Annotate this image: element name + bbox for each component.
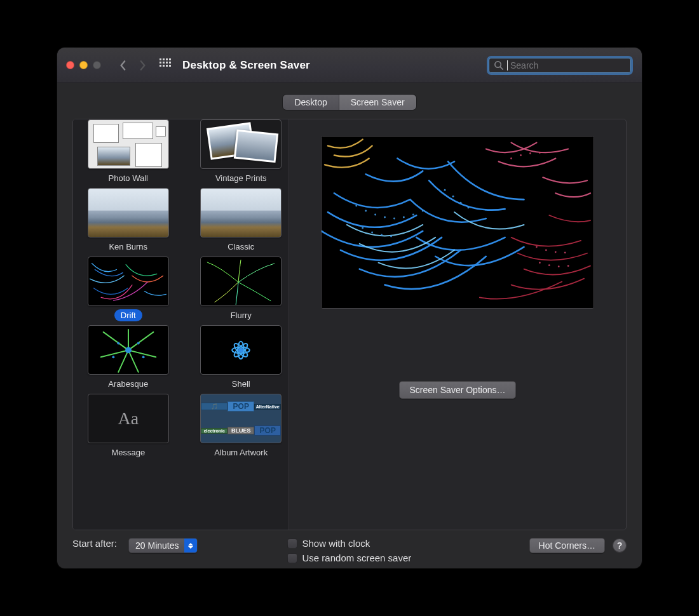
svg-rect-3 [169,58,171,60]
svg-point-13 [125,347,132,353]
titlebar: Desktop & Screen Saver [57,48,642,83]
hot-corners-button[interactable]: Hot Corners… [529,538,605,553]
screensaver-item-photo-wall[interactable]: Photo Wall [81,119,176,184]
text-cursor [507,60,508,70]
svg-point-49 [520,154,522,156]
tab-desktop[interactable]: Desktop [283,95,339,110]
svg-rect-7 [169,62,171,64]
thumbnail-shell [200,325,282,375]
screensaver-item-album-artwork[interactable]: 🎵POPAlterNative electronicBLUESPOP Album… [194,394,289,459]
checkbox-label: Use random screen saver [302,552,412,563]
screensaver-item-shell[interactable]: Shell [194,325,289,390]
show-with-clock-checkbox[interactable]: Show with clock [287,538,465,549]
start-after-label: Start after: [72,538,117,549]
thumbnail-arabesque [88,325,169,375]
screensaver-label: Vintage Prints [209,172,273,184]
svg-point-16 [112,356,114,358]
thumbnail-photo-wall [88,119,169,169]
screensaver-label: Ken Burns [102,241,154,253]
svg-point-25 [365,210,367,212]
forward-button[interactable] [134,57,151,74]
screensaver-item-drift[interactable]: Drift [81,257,176,321]
thumbnail-album-artwork: 🎵POPAlterNative electronicBLUESPOP [200,394,282,443]
help-button[interactable]: ? [613,539,627,552]
svg-point-44 [539,262,541,264]
svg-point-50 [529,152,531,154]
screensaver-label: Album Artwork [208,446,274,459]
screensaver-item-classic[interactable]: Classic [194,188,289,253]
svg-point-18 [238,347,243,352]
search-input[interactable] [510,60,626,70]
checkbox-label: Show with clock [302,538,370,549]
svg-point-46 [558,265,560,267]
search-icon [494,60,503,70]
svg-rect-1 [163,58,165,60]
stepper-icon [184,539,197,552]
svg-point-38 [459,202,461,204]
screensaver-item-arabesque[interactable]: Arabesque [81,325,176,390]
svg-point-33 [371,231,373,233]
bottom-controls: Start after: 20 Minutes Show with clock … [57,530,642,568]
window-title: Desktop & Screen Saver [182,59,310,72]
svg-point-51 [539,152,541,154]
screensaver-label: Drift [114,309,142,321]
svg-point-43 [564,251,566,253]
screensaver-item-ken-burns[interactable]: Ken Burns [81,188,176,253]
screensaver-label: Shell [226,378,257,390]
svg-point-35 [390,235,392,237]
screensaver-label: Flurry [224,309,258,321]
start-after-value: 20 Minutes [135,540,179,551]
svg-point-47 [567,265,569,267]
screensaver-label: Photo Wall [102,172,154,184]
svg-point-24 [355,205,357,207]
tab-bar: Desktop Screen Saver [57,83,642,116]
screensaver-preview[interactable] [321,136,594,309]
thumbnail-vintage-prints [200,119,282,169]
minimize-window-button[interactable] [79,61,88,69]
tab-screen-saver[interactable]: Screen Saver [339,95,416,110]
svg-point-14 [117,342,119,344]
show-all-button[interactable] [159,58,171,72]
svg-point-37 [452,196,454,198]
screensaver-item-flurry[interactable]: Flurry [194,257,289,321]
screensaver-options-button[interactable]: Screen Saver Options… [399,381,517,399]
window-controls [66,61,101,69]
preview-pane: Screen Saver Options… [289,119,626,530]
svg-rect-9 [163,65,165,67]
thumbnail-flurry [200,257,282,306]
checkbox-icon [287,553,297,563]
svg-point-40 [536,246,538,248]
svg-point-29 [403,217,405,218]
svg-point-17 [142,356,144,358]
svg-rect-0 [159,58,161,60]
svg-point-42 [555,251,557,253]
screensaver-label: Message [105,446,151,459]
svg-point-31 [422,210,424,212]
svg-point-41 [545,249,547,251]
svg-point-27 [384,217,386,218]
close-window-button[interactable] [66,61,74,69]
thumbnail-message: Aa [88,394,169,443]
screensaver-label: Arabesque [102,378,154,390]
search-field[interactable] [487,56,633,75]
back-button[interactable] [115,57,132,74]
screensaver-item-vintage-prints[interactable]: Vintage Prints [194,119,289,184]
svg-point-15 [137,342,140,344]
screensaver-label: Classic [221,241,261,253]
svg-rect-5 [163,62,165,64]
content-area: Photo Wall Vintage Prints Ken Burns [72,119,627,530]
svg-rect-8 [159,65,161,67]
svg-rect-2 [166,58,168,60]
zoom-window-button[interactable] [93,61,101,69]
svg-point-26 [374,214,376,216]
svg-point-30 [412,214,414,216]
screensaver-item-message[interactable]: Aa Message [81,394,176,459]
start-after-popup[interactable]: 20 Minutes [128,538,197,553]
svg-point-45 [548,264,550,266]
screensaver-list[interactable]: Photo Wall Vintage Prints Ken Burns [73,119,289,530]
svg-rect-6 [166,62,168,64]
svg-rect-10 [166,65,168,67]
use-random-checkbox[interactable]: Use random screen saver [287,552,465,563]
checkbox-icon [287,539,297,549]
svg-point-34 [381,234,383,236]
